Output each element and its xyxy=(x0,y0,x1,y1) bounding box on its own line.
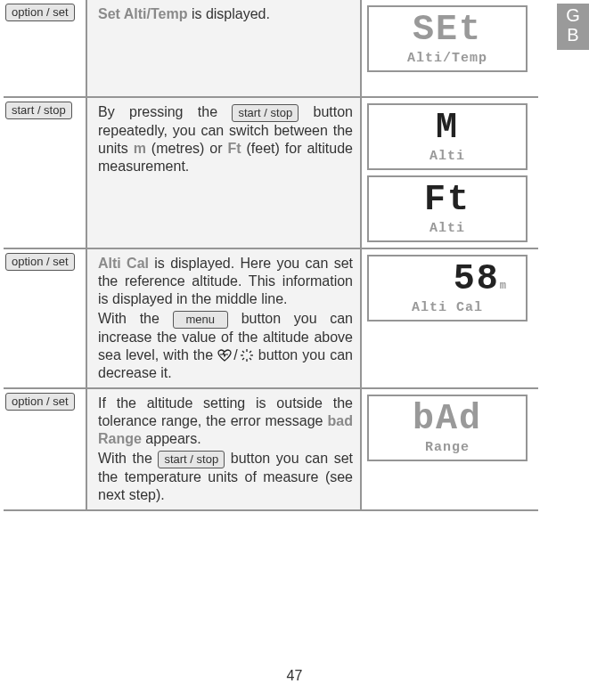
set-alti-temp-label: Set Alti/Temp xyxy=(98,6,187,21)
table-row: start / stop By pressing the start / sto… xyxy=(4,96,538,248)
start-stop-button-inline[interactable]: start / stop xyxy=(158,451,225,468)
display-main: Ft xyxy=(369,183,526,218)
option-set-button[interactable]: option / set xyxy=(5,4,75,21)
display-cell: SEt Alti/Temp xyxy=(362,0,533,96)
desc-text: With the xyxy=(98,311,173,326)
display-main: SEt xyxy=(369,12,526,48)
display-sub: Alti xyxy=(369,150,526,163)
description-cell: If the altitude setting is outside the t… xyxy=(86,389,362,509)
button-cell: start / stop xyxy=(4,98,86,248)
display-unit: m xyxy=(500,280,506,292)
hr-light-icons: / xyxy=(217,346,253,364)
start-stop-button-inline[interactable]: start / stop xyxy=(232,104,299,122)
description-cell: Alti Cal is displayed. Here you can set … xyxy=(86,249,362,387)
display-cell: 58m Alti Cal xyxy=(362,249,533,387)
instruction-table: option / set Set Alti/Temp is displayed.… xyxy=(4,0,538,511)
desc-text: appears. xyxy=(142,431,201,446)
table-row: option / set Alti Cal is displayed. Here… xyxy=(4,248,538,387)
display-cell: M Alti Ft Alti xyxy=(362,98,533,248)
start-stop-button[interactable]: start / stop xyxy=(5,102,72,119)
desc-text: With the xyxy=(98,451,158,466)
unit-m: m xyxy=(134,141,146,156)
desc-text: (metres) or xyxy=(146,141,228,156)
menu-button-inline[interactable]: menu xyxy=(173,311,229,329)
svg-line-4 xyxy=(242,351,244,353)
svg-line-6 xyxy=(242,358,244,360)
button-cell: option / set xyxy=(4,389,86,509)
table-row: option / set If the altitude setting is … xyxy=(4,387,538,511)
light-icon xyxy=(240,348,254,362)
desc-text: By pressing the xyxy=(98,104,232,119)
description-cell: Set Alti/Temp is displayed. xyxy=(86,0,362,96)
lcd-display: M Alti xyxy=(367,103,528,170)
heart-rate-icon xyxy=(217,349,232,362)
lcd-display: bAd Range xyxy=(367,395,528,461)
display-sub: Alti/Temp xyxy=(369,52,526,65)
slash: / xyxy=(233,346,237,364)
display-sub: Alti Cal xyxy=(369,301,526,314)
desc-text: If the altitude setting is outside the t… xyxy=(98,395,353,428)
display-main: bAd xyxy=(369,402,526,437)
page-number: 47 xyxy=(0,668,589,684)
display-sub: Range xyxy=(369,441,526,454)
display-cell: bAd Range xyxy=(362,389,533,509)
option-set-button[interactable]: option / set xyxy=(5,393,75,411)
lang-letter-g: G xyxy=(557,5,589,25)
language-tab: G B xyxy=(557,4,589,50)
display-main: M xyxy=(369,110,526,146)
unit-ft: Ft xyxy=(228,141,241,156)
description-cell: By pressing the start / stop button repe… xyxy=(86,98,362,248)
lang-letter-b: B xyxy=(557,25,589,45)
lcd-display: 58m Alti Cal xyxy=(367,255,528,322)
display-sub: Alti xyxy=(369,222,526,235)
button-cell: option / set xyxy=(4,249,86,387)
svg-line-7 xyxy=(250,351,251,353)
display-main: 58 xyxy=(454,259,500,299)
page: G B option / set Set Alti/Temp is displa… xyxy=(0,0,589,700)
desc-text: is displayed. xyxy=(187,6,270,21)
button-cell: option / set xyxy=(4,0,86,96)
option-set-button[interactable]: option / set xyxy=(5,253,75,271)
lcd-display: SEt Alti/Temp xyxy=(367,5,528,72)
svg-line-5 xyxy=(250,358,251,360)
alti-cal-label: Alti Cal xyxy=(98,256,149,271)
lcd-display: Ft Alti xyxy=(367,175,528,242)
table-row: option / set Set Alti/Temp is displayed.… xyxy=(4,0,538,96)
